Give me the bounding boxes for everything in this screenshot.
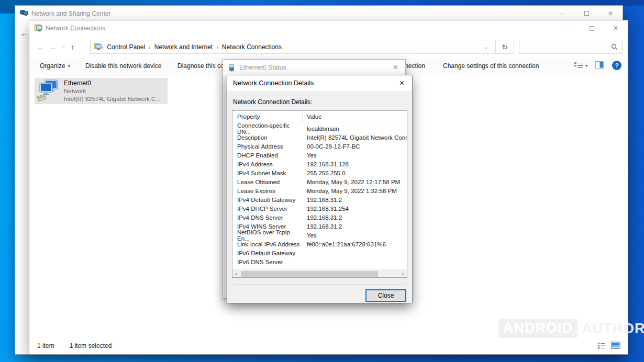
network-sharing-icon (20, 9, 28, 18)
ethernet0-item-text: Ethernet0 Network Intel(R) 82574L Gigabi… (64, 80, 161, 103)
table-row[interactable]: IPv6 Default Gateway (232, 248, 407, 257)
table-row[interactable]: Connection-specific DN... localdomain (232, 124, 407, 133)
scroll-left-icon[interactable]: ‹ (232, 270, 240, 277)
nc-maximize-button[interactable] (580, 20, 604, 36)
table-row[interactable]: Link-local IPv6 Address fe80::a0e1:21aa:… (232, 240, 407, 248)
breadcrumb-item-network-connections[interactable]: Network Connections (218, 43, 285, 51)
property-column-header[interactable]: Property (232, 111, 303, 122)
preview-pane-button[interactable] (595, 61, 604, 70)
details-view-icon (597, 342, 606, 349)
search-input[interactable] (519, 40, 610, 53)
table-row[interactable]: DHCP Enabled Yes (232, 151, 407, 160)
nc-titlebar: Network Connections – × (29, 20, 628, 36)
thumbnail-view-icon (611, 342, 620, 349)
details-table-header: Property Value (232, 111, 407, 122)
details-listview: Property Value Connection-specific DN...… (232, 110, 407, 278)
table-row[interactable]: Lease Obtained Monday, May 9, 2022 12:17… (232, 177, 407, 186)
connection-name: Ethernet0 (64, 80, 161, 87)
status-dialog-titlebar: Ethernet0 Status × (223, 60, 405, 75)
value-cell: Yes (303, 232, 407, 239)
value-cell: 192.168.31.2 (303, 197, 407, 203)
value-cell: 192.168.31.2 (303, 214, 407, 221)
nsc-back-button[interactable]: ← (20, 29, 28, 38)
table-row[interactable]: Physical Address 00-0C-29-12-F7-BC (232, 142, 407, 151)
property-cell: IPv4 Default Gateway (232, 195, 303, 204)
android-authority-watermark: ANDROID AUTHORITY (498, 319, 644, 338)
preview-pane-icon (595, 61, 604, 69)
nc-close-button[interactable]: × (604, 20, 628, 36)
toolbar-view-icons: ▾ ? (574, 61, 621, 70)
details-section-label: Network Connection Details: (233, 98, 406, 106)
breadcrumb-item-network-and-internet[interactable]: Network and Internet (151, 43, 216, 51)
details-view-toggle[interactable] (597, 342, 606, 350)
table-row[interactable]: IPv4 Default Gateway 192.168.31.2 (232, 195, 407, 204)
help-button[interactable]: ? (612, 61, 621, 70)
table-row[interactable]: Lease Expires Monday, May 9, 2022 1:32:5… (232, 186, 407, 195)
nsc-window-controls: – × (550, 6, 623, 21)
disable-device-button[interactable]: Disable this network device (85, 62, 161, 70)
nsc-maximize-button[interactable] (574, 6, 598, 21)
close-button[interactable]: Close (365, 289, 406, 302)
up-arrow-icon[interactable]: ↑ (71, 43, 74, 51)
statusbar-view-toggles (597, 342, 620, 350)
forward-arrow-icon[interactable]: → (49, 43, 57, 51)
value-cell: 00-0C-29-12-F7-BC (303, 143, 407, 150)
breadcrumb-item-control-panel[interactable]: Control Panel (103, 43, 149, 51)
details-dialog-title: Network Connection Details (233, 80, 314, 87)
value-cell: Yes (303, 152, 407, 159)
status-dialog-close-icon[interactable]: × (391, 63, 400, 72)
scrollbar-thumb[interactable] (241, 271, 378, 277)
nsc-window-title: Network and Sharing Center (31, 10, 110, 17)
property-cell: Lease Expires (232, 186, 303, 195)
table-row[interactable]: IPv4 DNS Server 192.168.31.2 (232, 213, 407, 222)
search-box[interactable] (519, 40, 623, 54)
status-bar: 1 item 1 item selected (29, 337, 628, 354)
refresh-button[interactable]: ↻ (496, 40, 514, 54)
chevron-down-icon: ▾ (585, 63, 587, 68)
help-icon: ? (615, 62, 619, 69)
history-chevron-icon[interactable]: ⌄ (62, 44, 65, 49)
details-dialog-close-icon[interactable]: × (397, 78, 406, 88)
nc-minimize-button[interactable]: – (556, 20, 580, 36)
chevron-down-icon: ▾ (68, 64, 70, 69)
details-table-body: Connection-specific DN... localdomain De… (232, 122, 407, 269)
nsc-minimize-button[interactable]: – (550, 6, 574, 21)
table-row[interactable]: IPv4 DHCP Server 192.168.31.254 (232, 204, 407, 213)
details-dialog-titlebar: Network Connection Details × (227, 75, 412, 91)
value-cell: Monday, May 9, 2022 1:32:58 PM (303, 188, 407, 194)
network-connection-details-dialog: Network Connection Details × Network Con… (227, 75, 413, 303)
change-settings-button[interactable]: Change settings of this connection (443, 62, 539, 70)
nsc-close-button[interactable]: × (598, 6, 623, 21)
search-icon (610, 43, 622, 50)
table-row[interactable]: NetBIOS over Tcpip En... Yes (232, 231, 407, 240)
value-cell: Monday, May 9, 2022 12:17:58 PM (303, 179, 407, 185)
breadcrumb[interactable]: › Control Panel › Network and Internet ›… (90, 40, 496, 54)
value-cell: 192.168.31.128 (303, 161, 407, 167)
refresh-icon: ↻ (502, 43, 508, 51)
property-cell: IPv4 Address (232, 160, 303, 168)
back-arrow-icon[interactable]: ← (37, 43, 44, 51)
table-row[interactable]: IPv6 DNS Server (232, 257, 407, 266)
address-dropdown-chevron-icon[interactable]: ⌄ (479, 44, 493, 50)
table-row[interactable]: IPv4 Address 192.168.31.128 (232, 160, 407, 168)
property-cell: IPv6 DNS Server (232, 257, 303, 266)
horizontal-scrollbar[interactable]: ‹ › (232, 269, 407, 277)
ethernet0-list-item[interactable]: Ethernet0 Network Intel(R) 82574L Gigabi… (35, 78, 168, 104)
property-cell: IPv4 DHCP Server (232, 204, 303, 213)
change-view-button[interactable]: ▾ (574, 61, 587, 70)
value-cell: 192.168.31.254 (303, 206, 407, 212)
table-row[interactable]: Description Intel(R) 82574L Gigabit Netw… (232, 133, 407, 142)
value-cell: 192.168.31.2 (303, 223, 407, 230)
location-icon (94, 43, 102, 51)
thumbnail-view-toggle[interactable] (611, 342, 620, 350)
value-column-header[interactable]: Value (303, 114, 407, 120)
value-cell: Intel(R) 82574L Gigabit Network Connect (303, 134, 407, 141)
property-cell: Link-local IPv6 Address (232, 240, 303, 248)
organize-button[interactable]: Organize▾ (40, 62, 70, 70)
scroll-right-icon[interactable]: › (399, 270, 407, 277)
details-view-icon (574, 61, 583, 70)
property-cell: Connection-specific DN... (232, 124, 303, 133)
property-cell: Lease Obtained (232, 177, 303, 186)
table-row[interactable]: IPv4 Subnet Mask 255.255.255.0 (232, 168, 407, 177)
desktop: Network and Sharing Center – × ← Network… (0, 0, 644, 362)
